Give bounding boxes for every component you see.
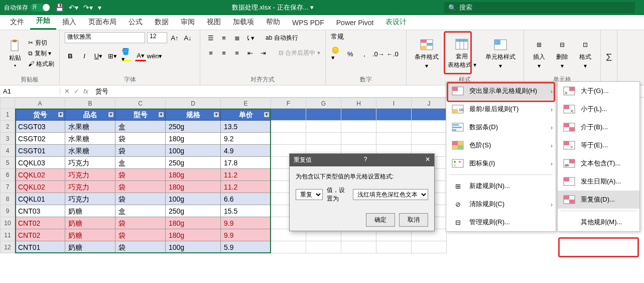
- row-header-12[interactable]: 12: [0, 241, 15, 253]
- insert-cells-button[interactable]: ⊞插入▾: [529, 37, 549, 70]
- dup-format-select[interactable]: 浅红填充色深红色文本: [353, 189, 428, 200]
- col-header-J[interactable]: J: [412, 98, 447, 109]
- data-cell[interactable]: CNT03: [15, 205, 65, 217]
- bold-button[interactable]: B: [65, 50, 76, 61]
- data-cell[interactable]: CNT01: [15, 241, 65, 253]
- data-cell[interactable]: 250g: [166, 121, 221, 133]
- data-cell[interactable]: 盒: [115, 157, 166, 169]
- data-cell[interactable]: 100g: [166, 193, 221, 205]
- data-cell[interactable]: 180g: [166, 133, 221, 145]
- menu-clear-rules[interactable]: ⊘清除规则(C): [446, 195, 556, 213]
- filter-dropdown-icon[interactable]: ▾: [213, 112, 219, 118]
- row-header-4[interactable]: 4: [0, 145, 15, 157]
- italic-button[interactable]: I: [79, 50, 90, 61]
- empty-cell[interactable]: [341, 241, 376, 253]
- data-cell[interactable]: CSGT02: [15, 133, 65, 145]
- data-cell[interactable]: 9.2: [221, 133, 271, 145]
- align-top-icon[interactable]: ☰: [205, 32, 216, 43]
- delete-cells-button[interactable]: ⊟删除▾: [552, 37, 572, 70]
- redo-icon[interactable]: ↷▾: [83, 4, 93, 12]
- tab-formulas[interactable]: 公式: [122, 15, 149, 30]
- row-header-11[interactable]: 11: [0, 229, 15, 241]
- number-format-select[interactable]: 常规: [331, 32, 401, 41]
- search-box[interactable]: 🔍 搜索: [444, 2, 635, 13]
- row-header-9[interactable]: 9: [0, 205, 15, 217]
- menu-new-rule[interactable]: ⊞新建规则(N)...: [446, 177, 556, 195]
- empty-cell[interactable]: [306, 121, 341, 133]
- col-header-A[interactable]: A: [15, 98, 65, 109]
- data-cell[interactable]: 盒: [115, 121, 166, 133]
- submenu-between[interactable]: 介于(B)...: [558, 118, 639, 136]
- data-cell[interactable]: 袋: [115, 133, 166, 145]
- empty-cell[interactable]: [376, 109, 412, 121]
- tab-design[interactable]: 表设计: [379, 15, 413, 30]
- row-header-5[interactable]: 5: [0, 157, 15, 169]
- tab-view[interactable]: 视图: [201, 15, 227, 30]
- submenu-equal[interactable]: =等于(E)...: [558, 136, 639, 154]
- accounting-icon[interactable]: 🪙▾: [331, 48, 342, 59]
- data-cell[interactable]: 袋: [115, 145, 166, 157]
- align-bot-icon[interactable]: ≣: [231, 32, 242, 43]
- empty-cell[interactable]: [271, 109, 306, 121]
- qat-dropdown-icon[interactable]: ▾: [98, 4, 101, 12]
- format-cells-button[interactable]: ⊡格式▾: [575, 37, 595, 70]
- menu-top-rules[interactable]: 10最前/最后规则(T): [446, 100, 556, 118]
- menu-color-scales[interactable]: 色阶(S): [446, 136, 556, 154]
- data-cell[interactable]: 奶糖: [65, 241, 115, 253]
- col-header-F[interactable]: F: [271, 98, 306, 109]
- dup-type-select[interactable]: 重复: [296, 189, 323, 200]
- dec-decimal-icon[interactable]: ←.0: [387, 48, 398, 59]
- align-mid-icon[interactable]: ≡: [218, 32, 229, 43]
- row-header-6[interactable]: 6: [0, 169, 15, 181]
- row-header-1[interactable]: 1: [0, 109, 15, 121]
- data-cell[interactable]: 5.9: [221, 241, 271, 253]
- data-cell[interactable]: 180g: [166, 217, 221, 229]
- data-cell[interactable]: 15.5: [221, 205, 271, 217]
- data-cell[interactable]: 100g: [166, 241, 221, 253]
- tab-file[interactable]: 文件: [4, 15, 30, 30]
- tab-home[interactable]: 开始: [30, 13, 56, 30]
- autosum-icon[interactable]: Σ: [606, 52, 612, 63]
- data-cell[interactable]: 水果糖: [65, 133, 115, 145]
- data-cell[interactable]: 袋: [115, 181, 166, 193]
- col-header-D[interactable]: D: [166, 98, 221, 109]
- orientation-icon[interactable]: ⤹▾: [244, 32, 255, 43]
- dialog-titlebar[interactable]: 重复值 ? ✕: [290, 154, 434, 166]
- filter-dropdown-icon[interactable]: ▾: [58, 112, 64, 118]
- submenu-greater[interactable]: >大于(G)...: [558, 82, 639, 100]
- empty-cell[interactable]: [376, 133, 412, 145]
- empty-cell[interactable]: [376, 121, 412, 133]
- decrease-font-icon[interactable]: A↓: [182, 32, 193, 43]
- submenu-text[interactable]: ab文本包含(T)...: [558, 154, 639, 172]
- increase-font-icon[interactable]: A↑: [169, 32, 180, 43]
- autosave-toggle[interactable]: 自动保存 开: [4, 4, 50, 12]
- filter-dropdown-icon[interactable]: ▾: [158, 112, 164, 118]
- font-name-select[interactable]: 微软雅黑: [65, 32, 145, 43]
- tab-insert[interactable]: 插入: [56, 15, 82, 30]
- border-button[interactable]: ⊞▾: [107, 50, 118, 61]
- enter-formula-icon[interactable]: ✓: [74, 87, 79, 95]
- data-cell[interactable]: 180g: [166, 181, 221, 193]
- data-cell[interactable]: CQKL02: [15, 181, 65, 193]
- row-header-10[interactable]: 10: [0, 217, 15, 229]
- row-header-7[interactable]: 7: [0, 181, 15, 193]
- data-cell[interactable]: CQKL03: [15, 157, 65, 169]
- data-cell[interactable]: 250g: [166, 205, 221, 217]
- tab-wps[interactable]: WPS PDF: [286, 16, 330, 30]
- empty-cell[interactable]: [271, 121, 306, 133]
- name-box[interactable]: A1: [0, 87, 60, 95]
- submenu-less[interactable]: <小于(L)...: [558, 100, 639, 118]
- font-color-button[interactable]: A▾: [135, 50, 146, 61]
- filter-dropdown-icon[interactable]: ▾: [264, 112, 270, 118]
- dialog-close-icon[interactable]: ✕: [425, 156, 430, 164]
- menu-highlight-rules[interactable]: 突出显示单元格规则(H): [446, 82, 556, 100]
- data-cell[interactable]: 13.5: [221, 121, 271, 133]
- menu-data-bars[interactable]: 数据条(D): [446, 118, 556, 136]
- data-cell[interactable]: 100g: [166, 145, 221, 157]
- data-cell[interactable]: 奶糖: [65, 205, 115, 217]
- submenu-date[interactable]: 发生日期(A)...: [558, 172, 639, 191]
- tab-addins[interactable]: 加载项: [227, 15, 260, 30]
- indent-dec-icon[interactable]: ⇤: [244, 47, 255, 58]
- data-cell[interactable]: 水果糖: [65, 121, 115, 133]
- data-cell[interactable]: 盒: [115, 205, 166, 217]
